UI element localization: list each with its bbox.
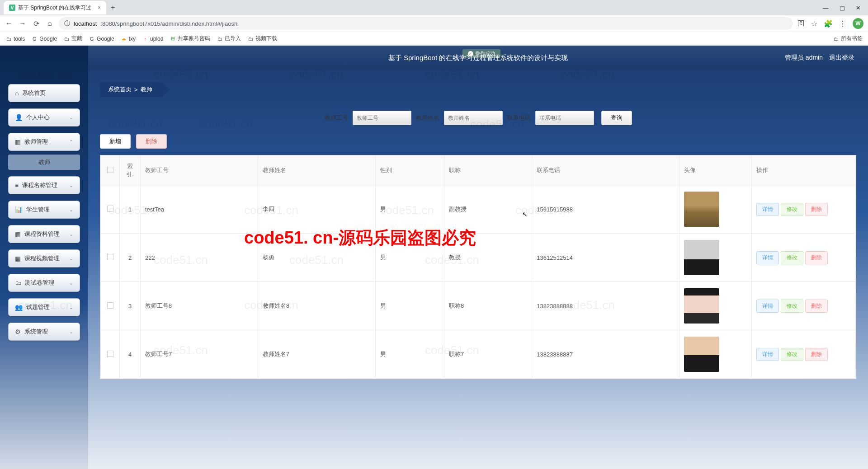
- minimize-icon[interactable]: —: [823, 5, 829, 11]
- cell-title: 副教授: [444, 185, 532, 234]
- row-checkbox[interactable]: [107, 254, 113, 260]
- edit-button[interactable]: 修改: [781, 203, 803, 216]
- key-icon[interactable]: ⚿: [797, 19, 805, 28]
- tab-bar: V 基于 SpringBoot 的在线学习过 × + — ▢ ✕: [0, 0, 868, 15]
- bookmark-tools[interactable]: 🗀tools: [5, 36, 25, 42]
- grid-icon: ▦: [15, 230, 21, 238]
- cell-ops: 详情修改删除: [752, 330, 856, 379]
- all-bookmarks[interactable]: 🗀所有书签: [833, 35, 863, 42]
- chart-icon: 📊: [15, 206, 23, 213]
- cell-gender: 男: [375, 282, 444, 330]
- cell-index: 4: [120, 330, 141, 379]
- bookmark-google[interactable]: GGoogle: [31, 36, 57, 42]
- delete-button[interactable]: 删除: [136, 134, 167, 149]
- cell-gender: 男: [375, 234, 444, 282]
- th-checkbox: [101, 156, 120, 185]
- detail-button[interactable]: 详情: [756, 251, 779, 264]
- chevron-down-icon: ⌄: [69, 207, 73, 213]
- vue-icon: V: [9, 5, 15, 11]
- sidebar-item-student[interactable]: 📊学生管理⌄: [8, 201, 80, 219]
- breadcrumb-home[interactable]: 系统首页: [108, 85, 132, 94]
- input-teacher-id[interactable]: [353, 111, 411, 125]
- folder-icon: 🗀: [5, 36, 12, 42]
- sidebar-item-course-material[interactable]: ▦课程资料管理⌄: [8, 225, 80, 243]
- bookmark-upload[interactable]: ↑uplod: [142, 36, 163, 42]
- edit-button[interactable]: 修改: [781, 251, 803, 264]
- bookmark-import[interactable]: 🗀已导入: [217, 35, 241, 42]
- sidebar-item-system[interactable]: ⚙系统管理⌄: [8, 323, 80, 341]
- close-window-icon[interactable]: ✕: [856, 5, 861, 11]
- cell-teacher-name: 教师姓名8: [258, 282, 375, 330]
- bookmark-share[interactable]: ⊞共享账号密码: [170, 35, 210, 42]
- row-checkbox[interactable]: [107, 351, 113, 357]
- profile-avatar[interactable]: W: [853, 18, 863, 29]
- row-checkbox[interactable]: [107, 302, 113, 309]
- cell-phone: 13823888887: [532, 330, 679, 379]
- sidebar-item-course-video[interactable]: ▦课程视频管理⌄: [8, 249, 80, 267]
- row-checkbox[interactable]: [107, 206, 113, 212]
- folder-icon: 🗀: [63, 36, 70, 42]
- breadcrumb-current: 教师: [141, 85, 152, 94]
- sidebar-item-profile[interactable]: 👤个人中心⌄: [8, 108, 80, 127]
- grid-icon: ⊞: [170, 36, 176, 42]
- menu-icon[interactable]: ⋮: [839, 19, 846, 28]
- close-icon[interactable]: ×: [98, 5, 101, 11]
- bookmark-baozang[interactable]: 🗀宝藏: [63, 35, 82, 42]
- cell-teacher-name: 教师姓名7: [258, 330, 375, 379]
- avatar-image: [684, 288, 719, 324]
- input-phone[interactable]: [535, 111, 594, 125]
- url-path: :8080/springboot7x015/admin/dist/index.h…: [100, 20, 239, 27]
- user-label[interactable]: 管理员 admin: [785, 54, 823, 62]
- window-controls: — ▢ ✕: [823, 5, 868, 11]
- bookmark-txy[interactable]: ☁txy: [121, 36, 136, 42]
- edit-button[interactable]: 修改: [781, 348, 803, 361]
- content: 系统首页 > 教师 教师工号 教师姓名 联系电话 查询 新增 删除: [88, 70, 868, 469]
- th-avatar: 头像: [679, 156, 752, 185]
- avatar-image: [684, 337, 719, 372]
- cell-avatar: [679, 282, 752, 330]
- row-delete-button[interactable]: 删除: [805, 300, 828, 313]
- forward-icon[interactable]: →: [18, 19, 27, 28]
- url-input[interactable]: ⓘ localhost:8080/springboot7x015/admin/d…: [59, 17, 793, 30]
- sidebar-item-home[interactable]: ⌂系统首页: [8, 84, 80, 102]
- bookmark-google2[interactable]: GGoogle: [89, 36, 114, 42]
- sidebar-item-test-paper[interactable]: 🗂测试卷管理⌄: [8, 274, 80, 292]
- cell-index: 3: [120, 282, 141, 330]
- logout-link[interactable]: 退出登录: [829, 54, 854, 62]
- add-button[interactable]: 新增: [100, 134, 131, 149]
- query-button[interactable]: 查询: [601, 111, 632, 125]
- chevron-down-icon: ⌄: [69, 231, 73, 237]
- sidebar-subitem-teacher[interactable]: 教师: [8, 155, 80, 170]
- teacher-table: 索引. 教师工号 教师姓名 性别 职称 联系电话 头像 操作 1testTea李…: [100, 155, 856, 379]
- detail-button[interactable]: 详情: [756, 203, 779, 216]
- bookmark-video[interactable]: 🗀视频下载: [247, 35, 277, 42]
- sidebar-item-teacher[interactable]: ▦教师管理⌃: [8, 133, 80, 151]
- extension-icon[interactable]: 🧩: [824, 19, 833, 28]
- detail-button[interactable]: 详情: [756, 300, 779, 313]
- detail-button[interactable]: 详情: [756, 348, 779, 361]
- edit-button[interactable]: 修改: [781, 300, 803, 313]
- label-teacher-name: 教师姓名: [416, 114, 439, 122]
- input-teacher-name[interactable]: [444, 111, 503, 125]
- cell-teacher-id: 教师工号8: [141, 282, 258, 330]
- browser-tab[interactable]: V 基于 SpringBoot 的在线学习过 ×: [4, 1, 106, 14]
- cell-phone: 13612512514: [532, 234, 679, 282]
- reload-icon[interactable]: ⟳: [32, 19, 41, 28]
- row-delete-button[interactable]: 删除: [805, 203, 828, 216]
- gear-icon: ⚙: [15, 328, 21, 335]
- toolbar-right: ⚿ ☆ 🧩 ⋮ W: [797, 18, 863, 29]
- home-icon[interactable]: ⌂: [45, 19, 54, 28]
- new-tab-button[interactable]: +: [106, 4, 119, 12]
- address-bar: ← → ⟳ ⌂ ⓘ localhost:8080/springboot7x015…: [0, 15, 868, 32]
- checkbox-all[interactable]: [107, 167, 113, 173]
- row-delete-button[interactable]: 删除: [805, 348, 828, 361]
- cell-teacher-id: 教师工号7: [141, 330, 258, 379]
- site-info-icon[interactable]: ⓘ: [64, 19, 70, 28]
- back-icon[interactable]: ←: [5, 19, 14, 28]
- star-icon[interactable]: ☆: [811, 19, 817, 28]
- maximize-icon[interactable]: ▢: [840, 5, 845, 11]
- row-delete-button[interactable]: 删除: [805, 251, 828, 264]
- cell-phone: 15915915988: [532, 185, 679, 234]
- sidebar-item-question[interactable]: 👥试题管理⌄: [8, 298, 80, 316]
- sidebar-item-course-name[interactable]: ≡课程名称管理⌄: [8, 176, 80, 194]
